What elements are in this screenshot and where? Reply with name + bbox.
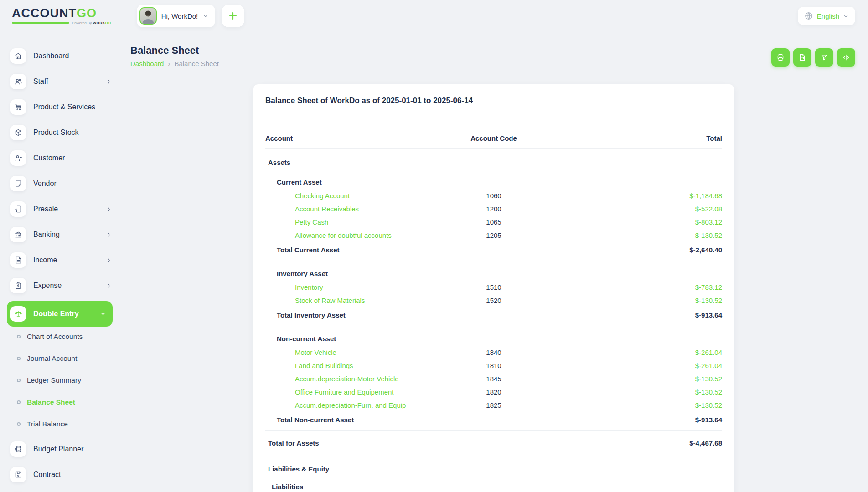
table-row-office-furniture-and-equipement: Office Furniture and Equipement 1820 $-1…: [265, 385, 722, 399]
sidebar-item-product-services[interactable]: Product & Services: [10, 99, 114, 115]
bullet-icon: [17, 335, 21, 338]
avatar: [140, 7, 157, 25]
account-total: $-130.52: [544, 375, 722, 383]
sidebar-item-double-entry[interactable]: Double Entry: [7, 301, 113, 327]
table-row-accum-depreciation-motor-vehicle: Accum.depreciation-Motor Vehicle 1845 $-…: [265, 372, 722, 385]
bullet-icon: [17, 357, 21, 360]
add-button[interactable]: [222, 5, 244, 27]
account-link[interactable]: Office Furniture and Equipement: [295, 388, 394, 396]
main-content: Balance Sheet Dashboard › Balance Sheet …: [119, 32, 868, 492]
account-code: 1820: [444, 388, 544, 396]
language-label: English: [817, 12, 839, 20]
row-divider: [265, 430, 722, 431]
table-row-allowance-for-doubtful-accounts: Allowance for doubtful accounts 1205 $-1…: [265, 229, 722, 242]
table-row-motor-vehicle: Motor Vehicle 1840 $-261.04: [265, 346, 722, 359]
account-total: $-261.04: [544, 362, 722, 369]
file-badge-icon: [10, 201, 26, 217]
account-link[interactable]: Land and Buildings: [295, 362, 353, 369]
chevron-right-icon: [106, 206, 112, 212]
sidebar-item-budget-planner[interactable]: Budget Planner: [10, 441, 114, 457]
columns-button[interactable]: [837, 48, 855, 67]
account-total: $-783.12: [544, 283, 722, 291]
account-link[interactable]: Petty Cash: [295, 218, 328, 226]
column-account-code: Account Code: [444, 134, 544, 142]
page-title: Balance Sheet: [130, 45, 219, 56]
account-link[interactable]: Checking Account: [295, 192, 350, 200]
table-header: Account Account Code Total: [265, 128, 722, 149]
table-row-checking-account: Checking Account 1060 $-1,184.68: [265, 189, 722, 202]
export-button[interactable]: [793, 48, 811, 67]
chevron-right-icon: [106, 232, 112, 238]
sidebar: DashboardStaffProduct & ServicesProduct …: [0, 32, 119, 492]
table-row-stock-of-raw-materials: Stock of Raw Materials 1520 $-130.52: [265, 294, 722, 307]
account-code: 1825: [444, 401, 544, 409]
account-link[interactable]: Accum.depreciation-Motor Vehicle: [295, 375, 399, 383]
table-row-land-and-buildings: Land and Buildings 1810 $-261.04: [265, 359, 722, 372]
account-total: $-130.52: [544, 231, 722, 239]
sidebar-item-vendor[interactable]: Vendor: [10, 176, 114, 191]
table-row-total-non-current-asset: Total Non-current Asset $-913.64: [265, 412, 722, 427]
table-row-account-receivables: Account Receivables 1200 $-522.08: [265, 202, 722, 215]
budget-icon: [10, 441, 26, 457]
file-export-icon: [798, 53, 806, 62]
account-total: $-1,184.68: [544, 192, 722, 200]
table-row-total-for-assets: Total for Assets $-4,467.68: [265, 435, 722, 451]
column-account: Account: [265, 134, 444, 142]
breadcrumb-dashboard-link[interactable]: Dashboard: [130, 60, 164, 67]
account-total: $-261.04: [544, 348, 722, 356]
sidebar-subitem-chart-of-accounts[interactable]: Chart of Accounts: [10, 332, 119, 341]
chevron-right-icon: [106, 283, 112, 289]
table-row-current-asset: Current Asset: [265, 174, 722, 189]
sidebar-item-product-stock[interactable]: Product Stock: [10, 125, 114, 140]
user-menu[interactable]: Hi, WorkDo!: [137, 5, 216, 27]
account-link[interactable]: Stock of Raw Materials: [295, 297, 365, 304]
breadcrumb-separator: ›: [168, 60, 170, 67]
file-text-icon: [10, 252, 26, 268]
row-divider: [265, 326, 722, 326]
logo-underline: [12, 22, 69, 24]
bullet-icon: [17, 400, 21, 404]
account-link[interactable]: Motor Vehicle: [295, 348, 336, 356]
report-title: Balance Sheet of WorkDo as of 2025-01-01…: [265, 96, 722, 105]
table-row-inventory: Inventory 1510 $-783.12: [265, 281, 722, 294]
account-code: 1065: [444, 218, 544, 226]
account-code: 1060: [444, 192, 544, 200]
sidebar-subitem-trial-balance[interactable]: Trial Balance: [10, 420, 119, 429]
sidebar-subitem-ledger-summary[interactable]: Ledger Summary: [10, 376, 119, 385]
sidebar-item-staff[interactable]: Staff: [10, 74, 114, 89]
table-row-liabilities-equity: Liabilities & Equity: [265, 461, 722, 476]
cart-icon: [10, 99, 26, 115]
resize-icon: [842, 53, 850, 62]
row-divider: [265, 261, 722, 261]
sidebar-item-contract[interactable]: Contract: [10, 467, 114, 482]
sidebar-subitem-journal-account[interactable]: Journal Account: [10, 354, 119, 363]
sidebar-item-banking[interactable]: Banking: [10, 227, 114, 242]
account-total: $-913.64: [544, 416, 722, 424]
account-link[interactable]: Allowance for doubtful accounts: [295, 231, 392, 239]
sidebar-item-income[interactable]: Income: [10, 252, 114, 268]
sidebar-item-presale[interactable]: Presale: [10, 201, 114, 217]
sidebar-item-expense[interactable]: Expense: [10, 278, 114, 293]
sidebar-item-dashboard[interactable]: Dashboard: [10, 48, 114, 64]
language-selector[interactable]: English: [798, 7, 855, 25]
chevron-down-icon: [100, 311, 106, 317]
table-row-petty-cash: Petty Cash 1065 $-803.12: [265, 215, 722, 229]
account-total: $-2,640.40: [544, 246, 722, 254]
print-button[interactable]: [771, 48, 790, 67]
account-code: 1205: [444, 231, 544, 239]
account-link[interactable]: Account Receivables: [295, 205, 359, 213]
account-total: $-803.12: [544, 218, 722, 226]
clipboard-dollar-icon: [10, 278, 26, 293]
table-row-assets: Assets: [265, 155, 722, 169]
account-total: $-4,467.68: [544, 439, 722, 447]
sidebar-item-customer[interactable]: Customer: [10, 150, 114, 166]
breadcrumb: Dashboard › Balance Sheet: [130, 60, 219, 67]
brand-name: ACCOUNTGO: [12, 7, 111, 20]
filter-button[interactable]: [815, 48, 833, 67]
brand-logo[interactable]: ACCOUNTGO Powered By WORKDO: [12, 7, 111, 25]
sidebar-subitem-balance-sheet[interactable]: Balance Sheet: [10, 398, 119, 407]
account-link[interactable]: Inventory: [295, 283, 323, 291]
printer-icon: [776, 53, 785, 62]
account-code: 1510: [444, 283, 544, 291]
account-link[interactable]: Accum.depreciation-Furn. and Equip: [295, 401, 406, 409]
